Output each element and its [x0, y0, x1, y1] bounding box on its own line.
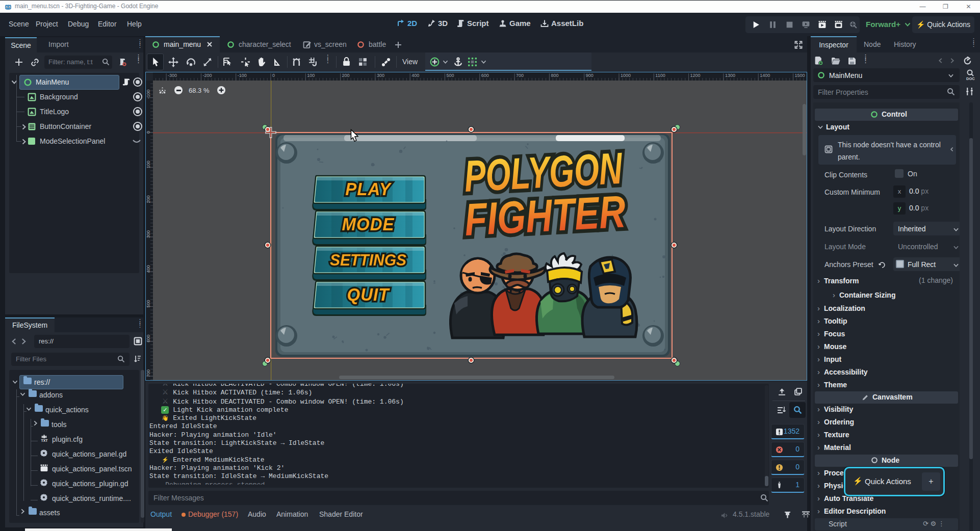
svg-text:600: 600	[146, 335, 151, 342]
svg-text:300: 300	[377, 73, 384, 78]
svg-text:800: 800	[551, 73, 558, 78]
svg-text:MODE: MODE	[342, 214, 395, 234]
svg-text:-200: -200	[202, 73, 212, 78]
svg-text:100: 100	[146, 161, 151, 168]
svg-text:200: 200	[146, 196, 151, 203]
svg-text:300: 300	[146, 230, 151, 238]
svg-text:700: 700	[146, 369, 151, 377]
svg-text:400: 400	[146, 265, 151, 273]
svg-text:500: 500	[146, 300, 151, 307]
svg-text:-100: -100	[238, 73, 247, 78]
svg-text:0: 0	[146, 131, 151, 134]
svg-text:1300: 1300	[725, 73, 735, 78]
svg-text:1200: 1200	[690, 73, 701, 78]
svg-text:600: 600	[481, 73, 489, 78]
svg-text:1500: 1500	[795, 73, 805, 78]
svg-text:-100: -100	[146, 90, 151, 99]
svg-text:-300: -300	[168, 73, 177, 78]
svg-text:1000: 1000	[621, 73, 631, 78]
svg-text:200: 200	[342, 73, 350, 78]
svg-text:SETTINGS: SETTINGS	[330, 251, 406, 269]
svg-text:400: 400	[411, 73, 419, 78]
svg-text:500: 500	[447, 73, 454, 78]
svg-text:FIGHTER: FIGHTER	[463, 186, 627, 245]
svg-text:100: 100	[307, 73, 315, 78]
svg-text:QUIT: QUIT	[347, 284, 391, 304]
svg-text:TXT: TXT	[41, 439, 48, 442]
svg-text:900: 900	[586, 73, 594, 78]
svg-text:DOC: DOC	[966, 76, 975, 81]
svg-text:1100: 1100	[655, 73, 665, 78]
svg-text:0: 0	[272, 73, 275, 78]
svg-text:700: 700	[516, 73, 524, 78]
svg-text:1400: 1400	[760, 73, 770, 78]
svg-text:PLAY: PLAY	[345, 179, 392, 199]
